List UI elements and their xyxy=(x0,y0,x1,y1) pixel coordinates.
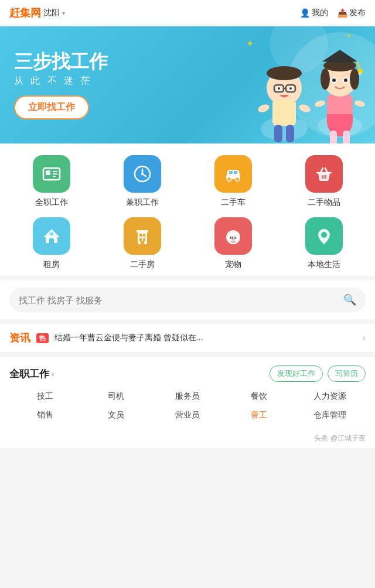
local-label: 本地生活 xyxy=(308,259,340,270)
job-tag-0[interactable]: 技工 xyxy=(9,391,81,402)
svg-marker-23 xyxy=(322,50,357,63)
category-used-house[interactable]: 二手房 xyxy=(97,217,188,270)
jobs-title[interactable]: 全职工作 › xyxy=(9,367,54,381)
publish-label: 发布 xyxy=(349,8,366,18)
used-car-icon xyxy=(214,155,252,193)
news-hot-badge: 热 xyxy=(36,333,49,343)
category-used-goods[interactable]: 二手物品 xyxy=(278,155,369,208)
svg-rect-50 xyxy=(234,171,237,174)
location-svg xyxy=(313,225,335,247)
job-tag-8[interactable]: 普工 xyxy=(223,410,295,421)
banner-characters: ✦ ✦ ✦ xyxy=(240,29,369,143)
svg-rect-33 xyxy=(343,131,350,143)
my-button[interactable]: 👤 我的 xyxy=(300,8,328,18)
rent-icon xyxy=(33,217,70,255)
write-resume-button[interactable]: 写简历 xyxy=(328,365,366,382)
banner-cta-button[interactable]: 立即找工作 xyxy=(14,95,89,119)
job-tag-2[interactable]: 服务员 xyxy=(152,391,223,402)
svg-point-75 xyxy=(232,238,234,241)
search-section: 🔍 xyxy=(0,281,375,319)
my-label: 我的 xyxy=(312,8,328,18)
fulltime-icon xyxy=(33,155,70,193)
parttime-label: 兼职工作 xyxy=(126,197,159,208)
svg-rect-49 xyxy=(229,171,233,174)
used-car-label: 二手车 xyxy=(221,197,246,208)
car-svg xyxy=(223,163,244,184)
search-bar[interactable]: 🔍 xyxy=(9,288,366,312)
category-parttime[interactable]: 兼职工作 xyxy=(97,155,188,208)
job-tag-4[interactable]: 人力资源 xyxy=(294,391,366,402)
used-goods-icon xyxy=(305,155,343,193)
house-svg xyxy=(41,225,62,247)
banner: 三步找工作 从 此 不 迷 茫 立即找工作 xyxy=(0,26,375,143)
job-tag-9[interactable]: 仓库管理 xyxy=(294,410,366,421)
banner-subtitle: 从 此 不 迷 茫 xyxy=(14,75,108,87)
publish-icon: 📤 xyxy=(338,8,347,18)
svg-point-31 xyxy=(354,100,366,108)
svg-rect-61 xyxy=(143,234,145,237)
used-goods-label: 二手物品 xyxy=(308,197,340,208)
id-card-svg xyxy=(41,163,62,184)
banner-title: 三步找工作 xyxy=(14,50,108,73)
news-text: 结婚一年曹云金便与妻子离婚 曾疑似在... xyxy=(54,333,357,343)
jobs-actions: 发现好工作 写简历 xyxy=(270,365,366,382)
job-tag-7[interactable]: 营业员 xyxy=(152,410,223,421)
category-used-car[interactable]: 二手车 xyxy=(188,155,278,208)
city-label[interactable]: 沈阳 xyxy=(43,8,60,18)
svg-point-12 xyxy=(257,103,271,114)
svg-point-20 xyxy=(321,69,330,90)
city-chevron-icon[interactable]: ▾ xyxy=(62,10,65,16)
svg-text:✦: ✦ xyxy=(357,71,362,77)
banner-content: 三步找工作 从 此 不 迷 茫 立即找工作 xyxy=(0,39,122,131)
svg-rect-56 xyxy=(49,238,54,243)
svg-rect-60 xyxy=(139,234,142,237)
pet-svg xyxy=(223,225,244,247)
svg-rect-14 xyxy=(274,125,282,142)
search-input[interactable] xyxy=(19,295,339,305)
category-fulltime[interactable]: 全职工作 xyxy=(6,155,97,208)
header-right: 👤 我的 📤 发布 xyxy=(300,8,366,18)
svg-rect-63 xyxy=(143,238,145,241)
svg-rect-64 xyxy=(141,241,144,244)
header-left: 赶集网 沈阳 ▾ xyxy=(9,6,65,20)
svg-point-76 xyxy=(321,232,327,238)
category-pet[interactable]: 宠物 xyxy=(188,217,278,270)
svg-point-3 xyxy=(267,66,302,80)
svg-point-30 xyxy=(314,100,326,108)
find-job-button[interactable]: 发现好工作 xyxy=(270,365,323,382)
svg-rect-15 xyxy=(286,125,294,142)
svg-rect-57 xyxy=(50,233,53,235)
svg-rect-11 xyxy=(272,100,296,126)
jobs-tags: 技工 司机 服务员 餐饮 人力资源 销售 文员 营业员 普工 仓库管理 xyxy=(9,391,366,421)
building-svg xyxy=(132,225,153,247)
category-local[interactable]: 本地生活 xyxy=(278,217,369,270)
jobs-section: 全职工作 › 发现好工作 写简历 技工 司机 服务员 餐饮 人力资源 销售 文员… xyxy=(0,357,375,429)
job-tag-5[interactable]: 销售 xyxy=(9,410,81,421)
svg-rect-32 xyxy=(330,131,337,143)
svg-rect-38 xyxy=(46,170,50,175)
clock-svg xyxy=(132,163,153,184)
svg-point-73 xyxy=(231,237,232,239)
news-section[interactable]: 资讯 热 结婚一年曹云金便与妻子离婚 曾疑似在... › xyxy=(0,324,375,353)
job-tag-6[interactable]: 文员 xyxy=(81,410,152,421)
svg-rect-62 xyxy=(139,238,142,241)
watermark: 头条 @江城子夜 xyxy=(0,429,375,448)
parttime-icon xyxy=(124,155,161,193)
job-tag-1[interactable]: 司机 xyxy=(81,391,152,402)
svg-line-24 xyxy=(357,61,360,70)
svg-point-74 xyxy=(234,237,236,239)
svg-point-10 xyxy=(289,87,292,90)
job-tag-3[interactable]: 餐饮 xyxy=(223,391,295,402)
banner-illustration: ✦ ✦ ✦ xyxy=(240,29,369,143)
category-rent[interactable]: 租房 xyxy=(6,217,97,270)
publish-button[interactable]: 📤 发布 xyxy=(338,8,366,18)
basket-svg xyxy=(313,163,335,184)
user-icon: 👤 xyxy=(300,8,310,18)
svg-point-45 xyxy=(141,173,144,175)
watermark-text: 头条 @江城子夜 xyxy=(314,434,366,442)
pet-label: 宠物 xyxy=(225,259,241,270)
used-house-icon xyxy=(124,217,161,255)
svg-point-29 xyxy=(344,78,347,82)
logo[interactable]: 赶集网 xyxy=(9,6,41,20)
svg-rect-59 xyxy=(137,230,148,233)
